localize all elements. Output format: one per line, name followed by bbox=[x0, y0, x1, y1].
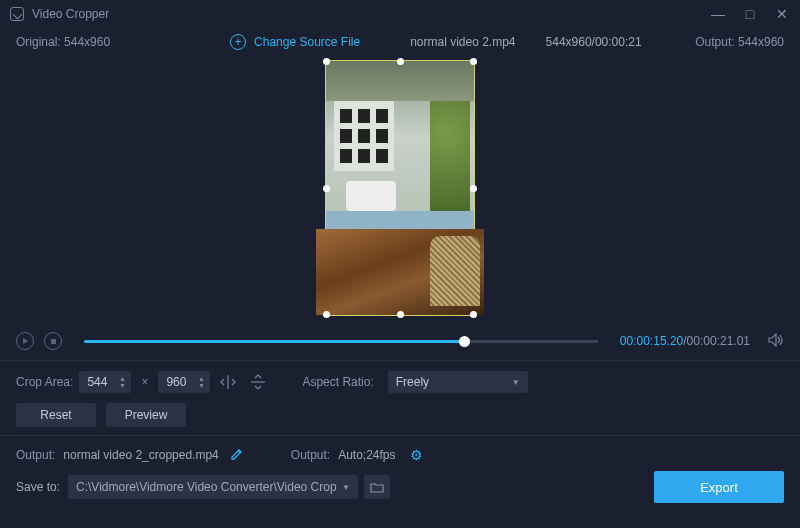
save-row: Save to: C:\Vidmore\Vidmore Video Conver… bbox=[0, 470, 800, 504]
change-source-label: Change Source File bbox=[254, 35, 360, 49]
output-format: Auto;24fps bbox=[338, 448, 395, 462]
crop-frame[interactable] bbox=[325, 60, 475, 316]
chevron-down-icon: ▼ bbox=[342, 483, 350, 492]
source-dims-duration: 544x960/00:00:21 bbox=[546, 35, 642, 49]
center-horizontal-button[interactable] bbox=[218, 372, 238, 392]
app-title: Video Cropper bbox=[32, 7, 109, 21]
maximize-button[interactable]: □ bbox=[742, 6, 758, 22]
output-dims: Output: 544x960 bbox=[695, 35, 784, 49]
crop-handle-left[interactable] bbox=[323, 185, 330, 192]
time-display: 00:00:15.20/00:00:21.01 bbox=[620, 334, 750, 348]
change-source-button[interactable]: + Change Source File bbox=[230, 34, 360, 50]
volume-button[interactable] bbox=[768, 333, 784, 350]
aspect-ratio-select[interactable]: Freely▼ bbox=[388, 371, 528, 393]
window-controls: — □ ✕ bbox=[710, 6, 790, 22]
plus-icon: + bbox=[230, 34, 246, 50]
output-filename: normal video 2_cropped.mp4 bbox=[63, 448, 218, 462]
browse-folder-button[interactable] bbox=[364, 475, 390, 499]
crop-height-input[interactable]: 960 ▲▼ bbox=[158, 371, 210, 393]
crop-area-label: Crop Area: bbox=[16, 375, 73, 389]
crop-width-input[interactable]: 544 ▲▼ bbox=[79, 371, 131, 393]
preview-button[interactable]: Preview bbox=[106, 403, 186, 427]
crop-handle-top-right[interactable] bbox=[470, 58, 477, 65]
seek-bar[interactable] bbox=[84, 340, 598, 343]
output-settings-button[interactable]: ⚙ bbox=[410, 447, 423, 463]
preview-stage bbox=[0, 56, 800, 326]
close-button[interactable]: ✕ bbox=[774, 6, 790, 22]
multiply-icon: × bbox=[141, 375, 148, 389]
width-up[interactable]: ▲ bbox=[117, 375, 127, 382]
source-meta: normal video 2.mp4 544x960/00:00:21 bbox=[410, 35, 641, 49]
chevron-down-icon: ▼ bbox=[512, 378, 520, 387]
crop-handle-top-left[interactable] bbox=[323, 58, 330, 65]
source-filename: normal video 2.mp4 bbox=[410, 35, 515, 49]
title-bar: Video Cropper — □ ✕ bbox=[0, 0, 800, 28]
output-format-label: Output: bbox=[291, 448, 330, 462]
output-info-row: Output: normal video 2_cropped.mp4 Outpu… bbox=[0, 440, 800, 470]
height-down[interactable]: ▼ bbox=[196, 382, 206, 389]
action-buttons-row: Reset Preview bbox=[0, 399, 800, 431]
stop-icon bbox=[51, 339, 56, 344]
crop-handle-top[interactable] bbox=[397, 58, 404, 65]
output-file-label: Output: bbox=[16, 448, 55, 462]
app-logo-icon bbox=[10, 7, 24, 21]
duration: 00:00:21.01 bbox=[687, 334, 750, 348]
play-button[interactable] bbox=[16, 332, 34, 350]
minimize-button[interactable]: — bbox=[710, 6, 726, 22]
width-down[interactable]: ▼ bbox=[117, 382, 127, 389]
play-icon bbox=[23, 338, 28, 344]
current-time: 00:00:15.20 bbox=[620, 334, 683, 348]
seek-thumb[interactable] bbox=[459, 336, 470, 347]
original-dims: Original: 544x960 bbox=[16, 35, 110, 49]
reset-button[interactable]: Reset bbox=[16, 403, 96, 427]
center-vertical-button[interactable] bbox=[248, 372, 268, 392]
edit-filename-button[interactable] bbox=[231, 448, 243, 463]
crop-handle-right[interactable] bbox=[470, 185, 477, 192]
aspect-ratio-label: Aspect Ratio: bbox=[302, 375, 373, 389]
crop-handle-bottom-left[interactable] bbox=[323, 311, 330, 318]
export-button[interactable]: Export bbox=[654, 471, 784, 503]
crop-handle-bottom-right[interactable] bbox=[470, 311, 477, 318]
source-info-bar: Original: 544x960 + Change Source File n… bbox=[0, 28, 800, 56]
crop-settings-row: Crop Area: 544 ▲▼ × 960 ▲▼ Aspect Ratio:… bbox=[0, 365, 800, 399]
save-path-select[interactable]: C:\Vidmore\Vidmore Video Converter\Video… bbox=[68, 475, 358, 499]
crop-handle-bottom[interactable] bbox=[397, 311, 404, 318]
height-up[interactable]: ▲ bbox=[196, 375, 206, 382]
save-to-label: Save to: bbox=[16, 480, 60, 494]
playback-controls: 00:00:15.20/00:00:21.01 bbox=[0, 326, 800, 356]
stop-button[interactable] bbox=[44, 332, 62, 350]
